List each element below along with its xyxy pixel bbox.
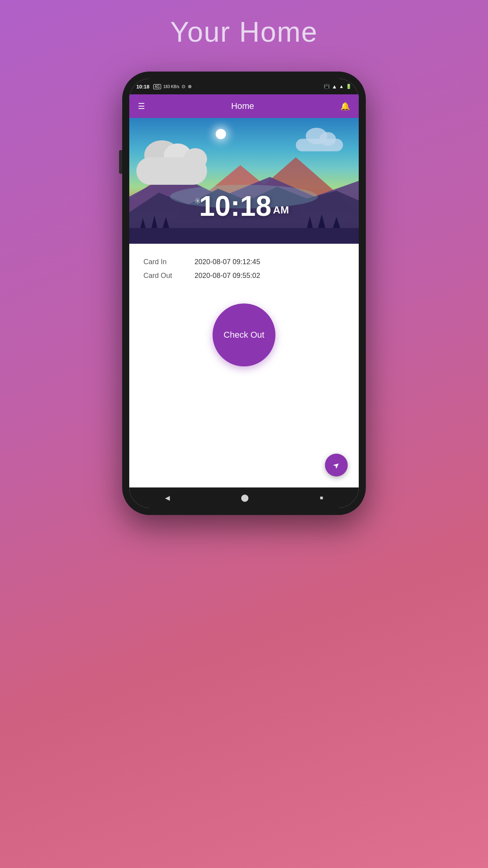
notification-bell-icon[interactable]: 🔔 — [340, 101, 350, 111]
weather-clock-time: 10:18 — [199, 192, 272, 220]
battery-icon: 🔋 — [346, 84, 352, 89]
app-bar: ☰ Home 🔔 — [129, 94, 359, 118]
weather-banner: ✳ 10:18AM — [129, 118, 359, 244]
recents-button[interactable]: ■ — [312, 491, 331, 504]
phone-screen: 10:18 4G 183 KB/s ⊙ ⊗ 📳 ▲ ▲ 🔋 ☰ Home 🔔 — [129, 79, 359, 508]
bottom-navigation: ◀ ⬤ ■ — [129, 487, 359, 508]
card-in-value: 2020-08-07 09:12:45 — [194, 258, 260, 266]
status-right: 📳 ▲ ▲ 🔋 — [324, 83, 352, 90]
card-out-value: 2020-08-07 09:55:02 — [194, 272, 260, 280]
speed-indicator: 183 KB/s — [163, 85, 180, 89]
phone-shell: 10:18 4G 183 KB/s ⊙ ⊗ 📳 ▲ ▲ 🔋 ☰ Home 🔔 — [122, 72, 366, 515]
card-out-row: Card Out 2020-08-07 09:55:02 — [143, 272, 345, 280]
sim-icon: 4G — [153, 84, 161, 89]
weather-time-display: 10:18AM — [129, 192, 359, 220]
svg-rect-5 — [129, 228, 359, 244]
signal-icon: ▲ — [339, 84, 344, 89]
card-out-label: Card Out — [143, 272, 194, 280]
wifi-icon: ▲ — [332, 83, 337, 90]
back-button[interactable]: ◀ — [157, 491, 178, 505]
home-button[interactable]: ⬤ — [233, 490, 257, 505]
cloud-small — [296, 130, 347, 151]
fab-send-button[interactable]: ➤ — [325, 454, 348, 476]
status-bar: 10:18 4G 183 KB/s ⊙ ⊗ 📳 ▲ ▲ 🔋 — [129, 79, 359, 94]
hamburger-menu-icon[interactable]: ☰ — [138, 101, 145, 111]
weather-clock-ampm: AM — [273, 204, 289, 216]
page-title: Your Home — [170, 16, 318, 48]
card-in-label: Card In — [143, 258, 194, 266]
checkout-button[interactable]: Check Out — [213, 303, 275, 366]
cloud-large — [136, 142, 215, 185]
card-area: Card In 2020-08-07 09:12:45 Card Out 202… — [129, 244, 359, 487]
status-left: 10:18 4G 183 KB/s ⊙ ⊗ — [136, 84, 192, 90]
card-in-row: Card In 2020-08-07 09:12:45 — [143, 258, 345, 266]
checkout-button-container: Check Out — [143, 303, 345, 366]
vpn-icon: ⊗ — [188, 84, 192, 89]
data-icon: ⊙ — [182, 84, 185, 89]
send-icon: ➤ — [331, 459, 342, 471]
vibrate-icon: 📳 — [324, 84, 330, 89]
sun-icon — [216, 129, 226, 139]
status-time: 10:18 — [136, 84, 149, 90]
app-bar-title: Home — [231, 101, 254, 111]
